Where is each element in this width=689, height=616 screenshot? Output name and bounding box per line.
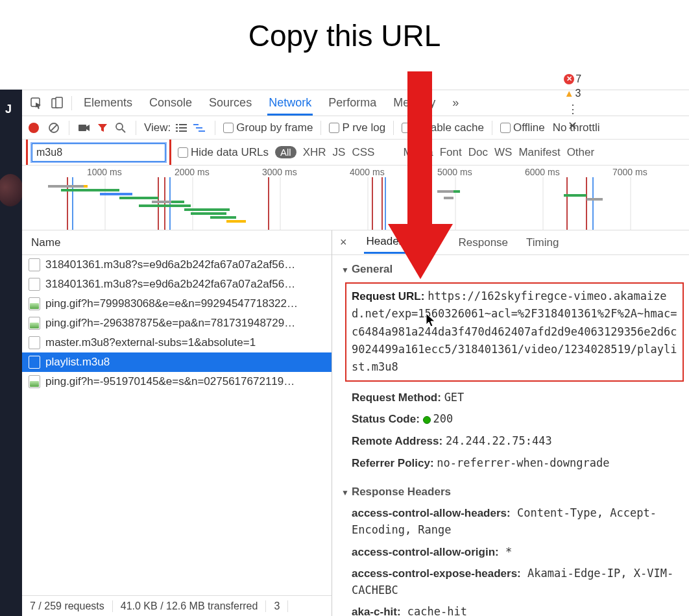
request-row[interactable]: master.m3u8?external-subs=1&absolute=1	[22, 333, 332, 352]
svg-point-8	[116, 123, 123, 130]
filter-ws[interactable]: WS	[494, 146, 512, 159]
filter-media[interactable]: Media	[403, 146, 433, 159]
section-response-headers[interactable]: ▼Response Headers	[332, 482, 689, 502]
response-header-key: access-control-allow-origin:	[352, 546, 499, 558]
preserve-log-label: P rve log	[342, 121, 385, 134]
svg-rect-38	[48, 185, 84, 188]
request-row[interactable]: 318401361.m3u8?s=e9d6a2b242fa67a07a2af56…	[22, 275, 332, 294]
tabs-overflow[interactable]: »	[451, 91, 460, 116]
tab-timing[interactable]: Timing	[524, 232, 561, 253]
request-name: ping.gif?h=-951970145&e=s&n=027561767211…	[45, 375, 295, 388]
record-button[interactable]	[29, 123, 39, 133]
filter-css[interactable]: CSS	[352, 146, 374, 159]
device-toggle-icon[interactable]	[48, 94, 66, 112]
status-code-value: 200	[433, 412, 453, 425]
svg-rect-52	[444, 197, 453, 199]
hide-data-urls-label: Hide data URLs	[191, 146, 269, 158]
svg-rect-51	[453, 190, 460, 193]
camera-icon[interactable]	[77, 121, 91, 135]
tab-network[interactable]: Network	[267, 91, 313, 116]
status-requests: 7 / 259 requests	[22, 600, 113, 612]
filter-funnel-icon[interactable]	[95, 121, 110, 135]
filter-input[interactable]	[32, 143, 165, 162]
filter-doc[interactable]: Doc	[468, 146, 488, 159]
response-header-key: access-control-allow-headers:	[352, 507, 511, 519]
filter-xhr[interactable]: XHR	[303, 146, 326, 159]
inspect-icon[interactable]	[27, 94, 45, 112]
document-file-icon	[29, 336, 40, 349]
filter-font[interactable]: Font	[440, 146, 462, 159]
svg-rect-7	[79, 125, 86, 131]
settings-kebab-icon[interactable]: ⋮	[563, 102, 583, 116]
svg-rect-48	[210, 216, 236, 219]
response-header-row: access-control-expose-headers: Akamai-Ed…	[332, 563, 689, 601]
hide-data-urls-checkbox[interactable]: Hide data URLs	[178, 146, 269, 159]
search-icon[interactable]	[114, 121, 128, 135]
error-count-value: 7	[575, 73, 581, 85]
view-label: View:	[144, 121, 171, 134]
throttling-select[interactable]: No throttli	[553, 121, 600, 134]
network-timeline[interactable]: 1000 ms 2000 ms 3000 ms 4000 ms 5000 ms …	[22, 166, 689, 230]
image-file-icon	[29, 317, 40, 330]
request-method-label: Request Method:	[352, 391, 441, 404]
annotation-title: Copy this URL	[0, 0, 689, 60]
response-header-key: access-control-expose-headers:	[352, 567, 521, 580]
details-pane: × Headers ew Response Timing ▼General Re…	[332, 230, 689, 616]
tab-headers[interactable]: Headers	[364, 231, 411, 254]
page-background-strip: J	[0, 90, 22, 616]
page-image-fragment	[0, 174, 23, 206]
svg-rect-39	[84, 185, 88, 188]
request-row[interactable]: ping.gif?h=799983068&e=e&n=9929454771832…	[22, 294, 332, 314]
error-count[interactable]: ✕7	[564, 73, 581, 85]
tab-preview[interactable]: ew	[424, 232, 443, 253]
svg-rect-11	[176, 127, 178, 129]
devtools-topbar: Elements Console Sources Network Perform…	[22, 90, 689, 116]
offline-checkbox[interactable]: Offline	[500, 121, 545, 134]
tab-memory[interactable]: Memory	[392, 91, 437, 116]
group-by-frame-checkbox[interactable]: Group by frame	[223, 121, 313, 134]
request-row[interactable]: 318401361.m3u8?s=e9d6a2b242fa67a07a2af56…	[22, 255, 332, 275]
status-extra: 3	[266, 600, 288, 612]
view-waterfall-icon[interactable]	[193, 121, 207, 135]
requests-pane: Name 318401361.m3u8?s=e9d6a2b242fa67a07a…	[22, 230, 332, 616]
view-list-icon[interactable]	[175, 121, 189, 135]
warning-count[interactable]: ▲3	[564, 88, 581, 99]
request-row[interactable]: playlist.m3u8	[22, 352, 332, 372]
svg-rect-18	[199, 130, 205, 132]
svg-rect-49	[226, 220, 246, 223]
disable-cache-checkbox[interactable]: Disable cache	[402, 121, 484, 134]
request-row[interactable]: ping.gif?h=-296387875&e=pa&n=78173194872…	[22, 314, 332, 333]
filter-js[interactable]: JS	[333, 146, 346, 159]
svg-rect-46	[184, 208, 230, 211]
requests-list: 318401361.m3u8?s=e9d6a2b242fa67a07a2af56…	[22, 255, 332, 595]
response-header-value: cache-hit	[401, 605, 467, 616]
tab-response[interactable]: Response	[456, 232, 511, 253]
section-general[interactable]: ▼General	[332, 259, 689, 280]
status-code-label: Status Code:	[352, 413, 420, 425]
request-name: ping.gif?h=799983068&e=e&n=9929454771832…	[45, 297, 298, 310]
requests-header[interactable]: Name	[22, 230, 332, 255]
svg-rect-45	[139, 204, 191, 207]
tab-sources[interactable]: Sources	[208, 91, 253, 116]
filter-all-pill[interactable]: All	[275, 146, 296, 158]
response-header-row: aka-c-hit: cache-hit	[332, 601, 689, 616]
network-filter-row: Hide data URLs All XHR JS CSS Media Font…	[22, 140, 689, 166]
svg-rect-44	[171, 201, 184, 203]
request-name: master.m3u8?external-subs=1&absolute=1	[45, 336, 256, 349]
tab-performance[interactable]: Performa	[327, 91, 378, 116]
status-dot-icon	[423, 416, 431, 424]
devtools-panel: Elements Console Sources Network Perform…	[22, 90, 689, 616]
filter-manifest[interactable]: Manifest	[518, 146, 560, 159]
disable-cache-label: Disable cache	[415, 121, 484, 134]
network-toolbar: View: Group by frame P rve log Disable c…	[22, 116, 689, 140]
request-name: ping.gif?h=-296387875&e=pa&n=78173194872…	[45, 317, 295, 330]
filter-other[interactable]: Other	[567, 146, 595, 159]
request-row[interactable]: ping.gif?h=-951970145&e=s&n=027561767211…	[22, 372, 332, 391]
clear-icon[interactable]	[47, 121, 61, 135]
image-file-icon	[29, 375, 40, 388]
tab-console[interactable]: Console	[148, 91, 193, 116]
preserve-log-checkbox[interactable]: P rve log	[329, 121, 385, 134]
tab-elements[interactable]: Elements	[82, 91, 134, 116]
details-tabs: × Headers ew Response Timing	[332, 230, 689, 255]
close-details-icon[interactable]: ×	[336, 236, 351, 249]
